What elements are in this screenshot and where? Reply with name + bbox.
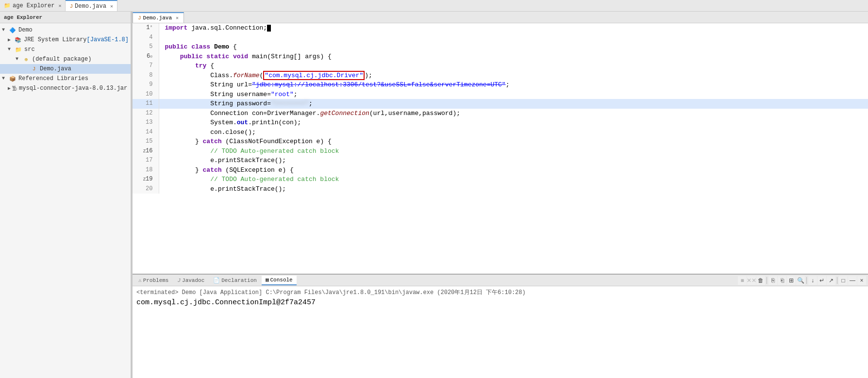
editor-tabs: J Demo.java ✕ [133, 12, 868, 23]
code-line-8[interactable]: Class.forName("com.mysql.cj.jdbc.Driver"… [159, 71, 868, 81]
demo-java-title-tab-close[interactable]: ✕ [110, 3, 113, 9]
code-line-14[interactable]: con.close(); [159, 128, 868, 137]
problems-icon: ⚠ [138, 277, 142, 283]
line-number-5: 5 [133, 42, 159, 52]
editor-tab-label: Demo.java [143, 15, 172, 21]
demo-java-title-tab-icon: J [69, 3, 73, 9]
line-number-12: 12 [133, 109, 159, 118]
table-row: 9 String url="jdbc:mysql://localhost:330… [133, 80, 868, 90]
editor-tab-icon: J [138, 15, 141, 21]
explorer-tab[interactable]: 📁 age Explorer ✕ [0, 0, 66, 11]
sidebar-item-jre[interactable]: ▶ 📚 JRE System Library [JavaSE-1.8] [0, 35, 131, 45]
paste-button[interactable]: ⎗ [778, 276, 786, 285]
src-label: src [24, 46, 35, 53]
table-row: 15 } catch (ClassNotFoundException e) { [133, 137, 868, 147]
console-terminated-line: <terminated> Demo [Java Application] C:\… [136, 288, 864, 296]
line-number-9: 9 [133, 80, 159, 90]
src-icon: 📁 [15, 46, 22, 53]
word-wrap-button[interactable]: ↵ [818, 276, 826, 285]
sidebar-item-default-package[interactable]: ▼ ⊕ (default package) [0, 54, 131, 64]
line-number-18: 18 [133, 165, 159, 175]
code-line-15[interactable]: } catch (ClassNotFoundException e) { [159, 137, 868, 147]
sidebar-item-demo-java[interactable]: J Demo.java [0, 64, 131, 74]
line-number-6: 6e [133, 52, 159, 62]
table-row: 8 Class.forName("com.mysql.cj.jdbc.Drive… [133, 71, 868, 81]
line-number-4: 4 [133, 33, 159, 43]
line-number-10: 10 [133, 90, 159, 99]
table-row: 18 } catch (SQLException e) { [133, 165, 868, 175]
find-button[interactable]: 🔍 [796, 276, 805, 285]
code-line-4[interactable] [159, 33, 868, 43]
explorer-tab-close[interactable]: ✕ [58, 3, 61, 9]
line-number-7: 7 [133, 61, 159, 71]
code-line-5[interactable]: public class Demo { [159, 42, 868, 52]
tab-declaration[interactable]: 📄 Declaration [209, 276, 261, 285]
scroll-lock-button[interactable]: ↓ [808, 276, 817, 285]
line-number-17: 17 [133, 156, 159, 165]
console-content[interactable]: <terminated> Demo [Java Application] C:\… [133, 286, 868, 378]
sidebar-item-mysql-jar[interactable]: ▶ 🗜 mysql-connector-java-8.0.13.jar - C:… [0, 83, 131, 93]
tab-console[interactable]: ▦ Console [262, 276, 297, 285]
code-line-20[interactable]: e.printStackTrace(); [159, 184, 868, 194]
table-row: 5 public class Demo { [133, 42, 868, 52]
maximize-console-button[interactable]: □ [839, 276, 848, 285]
terminate-button[interactable]: ■ [738, 276, 747, 285]
table-row: 10 String username="root"; [133, 90, 868, 99]
toolbar-separator-3 [837, 277, 837, 284]
code-line-18[interactable]: } catch (SQLException e) { [159, 165, 868, 175]
sidebar-title: age Explorer [0, 12, 131, 23]
bottom-panel: ⚠ Problems J Javadoc 📄 Declaration ▦ Con… [133, 274, 868, 378]
close-console-button[interactable]: × [857, 276, 866, 285]
code-line-16[interactable]: // TODO Auto-generated catch block [159, 147, 868, 156]
code-line-11[interactable]: String password="••••••••"; [159, 99, 868, 109]
table-row: 12 Connection con=DriverManager.getConne… [133, 109, 868, 118]
demo-java-title-tab[interactable]: J Demo.java ✕ [66, 0, 117, 11]
line-number-11: 11 [133, 99, 159, 109]
code-line-1[interactable]: import java.sql.Connection; [159, 23, 868, 33]
demo-java-label: Demo.java [40, 66, 71, 72]
code-editor[interactable]: 1* import java.sql.Connection; 4 5 publi… [133, 23, 868, 274]
javadoc-icon: J [177, 278, 181, 283]
code-line-10[interactable]: String username="root"; [159, 90, 868, 99]
demo-java-title-tab-label: Demo.java [75, 3, 106, 10]
demo-java-arrow [23, 66, 29, 72]
sidebar-item-src[interactable]: ▼ 📁 src [0, 45, 131, 54]
declaration-icon: 📄 [213, 277, 220, 283]
code-line-7[interactable]: try { [159, 61, 868, 71]
code-line-6[interactable]: public static void main(String[] args) { [159, 52, 868, 62]
package-icon: ⊕ [22, 55, 30, 63]
tab-problems[interactable]: ⚠ Problems [134, 276, 172, 285]
ref-icon: 📦 [9, 75, 17, 82]
table-row: 17 e.printStackTrace(); [133, 156, 868, 165]
code-line-19[interactable]: // TODO Auto-generated catch block [159, 175, 868, 184]
sidebar-item-demo[interactable]: ▼ 🔷 Demo [0, 25, 131, 35]
remove-launch-button[interactable]: ✕✕ [747, 276, 756, 285]
sidebar: age Explorer ▼ 🔷 Demo ▶ 📚 JRE System Lib… [0, 12, 131, 378]
code-line-13[interactable]: System.out.println(con); [159, 118, 868, 128]
select-all-button[interactable]: ⊞ [787, 276, 796, 285]
toolbar-separator-1 [767, 277, 767, 284]
editor-tab-demo-java[interactable]: J Demo.java ✕ [133, 12, 184, 23]
code-line-17[interactable]: e.printStackTrace(); [159, 156, 868, 165]
minimize-console-button[interactable]: — [848, 276, 857, 285]
editor-tab-close[interactable]: ✕ [176, 15, 179, 21]
table-row: 6e public static void main(String[] args… [133, 52, 868, 62]
editor-area: J Demo.java ✕ 1* import java.sql.Connect… [133, 12, 868, 378]
pkg-arrow: ▼ [16, 56, 21, 62]
demo-java-icon: J [30, 65, 38, 73]
clear-console-button[interactable]: 🗑 [756, 276, 765, 285]
open-console-button[interactable]: ↗ [827, 276, 835, 285]
tab-javadoc[interactable]: J Javadoc [173, 276, 208, 285]
code-line-9[interactable]: String url="jdbc:mysql://localhost:3306/… [159, 80, 868, 90]
explorer-tab-icon: 📁 [4, 2, 11, 9]
line-number-1: 1* [133, 23, 159, 33]
sidebar-item-ref-libs[interactable]: ▼ 📦 Referenced Libraries [0, 74, 131, 83]
table-row: 20 e.printStackTrace(); [133, 184, 868, 194]
code-line-12[interactable]: Connection con=DriverManager.getConnecti… [159, 109, 868, 118]
explorer-tab-label: age Explorer [13, 2, 54, 9]
sidebar-content[interactable]: ▼ 🔷 Demo ▶ 📚 JRE System Library [JavaSE-… [0, 23, 131, 378]
table-row: 1* import java.sql.Connection; [133, 23, 868, 33]
src-arrow: ▼ [8, 47, 14, 52]
copy-button[interactable]: ⎘ [768, 276, 777, 285]
ref-label: Referenced Libraries [18, 75, 88, 82]
